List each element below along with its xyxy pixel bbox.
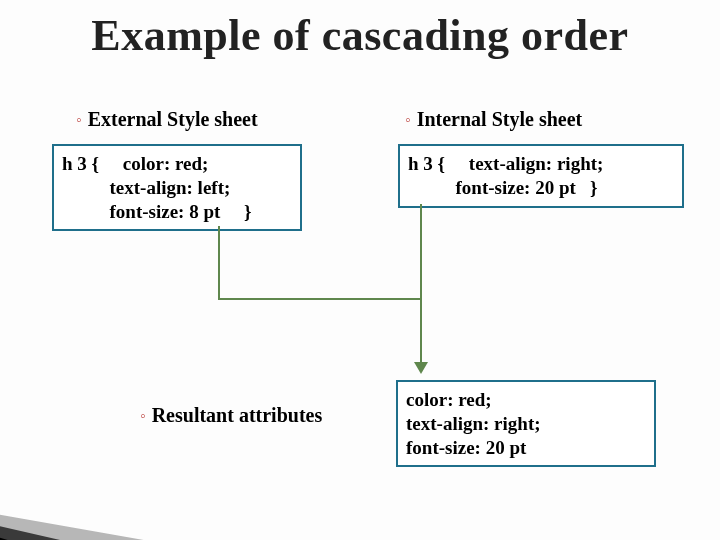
label-internal: ◦Internal Style sheet — [405, 108, 582, 131]
arrow-down-icon — [414, 362, 428, 374]
bullet-icon: ◦ — [140, 407, 146, 424]
connector-line — [218, 226, 220, 298]
connector-line — [420, 204, 422, 298]
label-external: ◦External Style sheet — [76, 108, 258, 131]
connector-line — [420, 298, 422, 364]
label-result: ◦Resultant attributes — [140, 404, 322, 427]
slide-title: Example of cascading order — [0, 10, 720, 61]
bullet-icon: ◦ — [405, 111, 411, 128]
label-result-text: Resultant attributes — [152, 404, 323, 426]
bullet-icon: ◦ — [76, 111, 82, 128]
connector-line — [218, 298, 422, 300]
slide: Example of cascading order ◦External Sty… — [0, 0, 720, 540]
code-box-external: h 3 { color: red; text-align: left; font… — [52, 144, 302, 231]
label-external-text: External Style sheet — [88, 108, 258, 130]
code-box-internal: h 3 { text-align: right; font-size: 20 p… — [398, 144, 684, 208]
code-box-result: color: red; text-align: right; font-size… — [396, 380, 656, 467]
label-internal-text: Internal Style sheet — [417, 108, 583, 130]
